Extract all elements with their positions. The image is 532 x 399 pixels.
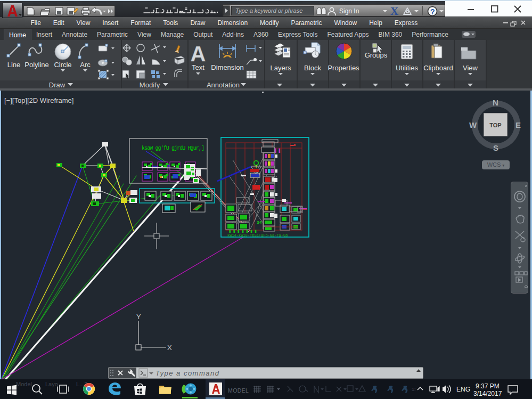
svg-text:Arc: Arc bbox=[80, 61, 91, 69]
svg-text:▮ ▮ ▮ ▮ ▮ ▮ ▮: ▮ ▮ ▮ ▮ ▮ ▮ ▮ bbox=[229, 229, 257, 233]
svg-text:Text: Text bbox=[192, 63, 204, 71]
svg-text:Modify: Modify bbox=[140, 81, 160, 89]
svg-text:ENG: ENG bbox=[456, 386, 470, 393]
svg-text:34: 34 bbox=[257, 220, 262, 225]
svg-text:Block: Block bbox=[304, 64, 321, 72]
svg-text:Y: Y bbox=[136, 313, 141, 321]
svg-text:Draw: Draw bbox=[49, 81, 66, 89]
svg-text:A: A bbox=[191, 42, 206, 66]
svg-text:▬■: ▬■ bbox=[290, 143, 296, 146]
svg-text:Layo: Layo bbox=[45, 381, 58, 387]
svg-text:Annotation: Annotation bbox=[207, 81, 240, 89]
svg-text:Model: Model bbox=[16, 381, 32, 387]
svg-text:Properties: Properties bbox=[328, 64, 359, 72]
svg-text:3/14/2017: 3/14/2017 bbox=[473, 390, 502, 397]
svg-text:Layers: Layers bbox=[270, 64, 291, 72]
svg-text:Utilities: Utilities bbox=[396, 64, 418, 72]
svg-text:ksaW gg'fU gjrdU Hgur,]: ksaW gg'fU gjrdU Hgur,] bbox=[142, 145, 204, 151]
svg-text:1:: 1: bbox=[412, 387, 416, 392]
svg-text:▌▐: ▌▐ bbox=[275, 148, 280, 153]
svg-text:Polyline: Polyline bbox=[24, 61, 49, 69]
svg-text:Clipboard: Clipboard bbox=[423, 64, 453, 72]
svg-text:View: View bbox=[463, 64, 478, 72]
svg-text:kW14-kW10-Tb5aFaFb-Ga-Ta-Gb: kW14-kW10-Tb5aFaFb-Ga-Ta-Gb bbox=[227, 233, 288, 238]
svg-text:?: ? bbox=[430, 7, 435, 16]
svg-text:MODEL: MODEL bbox=[228, 387, 249, 394]
svg-text:Dimension: Dimension bbox=[211, 63, 243, 71]
svg-text:Groups: Groups bbox=[365, 51, 388, 59]
svg-text:X: X bbox=[390, 5, 398, 18]
svg-text:Circle: Circle bbox=[54, 61, 71, 69]
svg-text:9:37 PM: 9:37 PM bbox=[476, 382, 500, 390]
svg-text:Line: Line bbox=[7, 61, 21, 69]
svg-text:X: X bbox=[167, 344, 172, 352]
